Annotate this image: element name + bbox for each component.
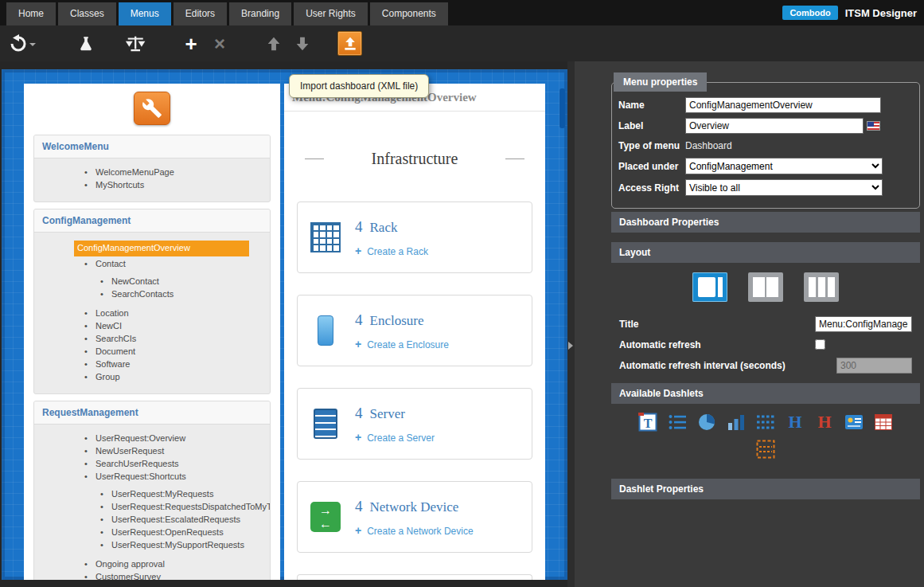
create-object-link[interactable]: Create a Enclosure xyxy=(355,338,449,350)
tree-item[interactable]: NewContact xyxy=(34,276,270,288)
tree-item[interactable]: SearchCIs xyxy=(34,333,270,345)
layout-two-columns-icon[interactable] xyxy=(748,272,783,302)
summary-card: 4Enclosure Create a Enclosure xyxy=(297,295,532,366)
dashboard-section-heading-text: Infrastructure xyxy=(372,150,458,168)
tree-section-title[interactable]: WelcomeMenu xyxy=(34,135,270,158)
move-down-button[interactable] xyxy=(288,29,317,58)
label-row: Label xyxy=(612,115,919,136)
section-layout: Layout xyxy=(611,242,920,263)
create-object-link[interactable]: Create a Rack xyxy=(355,245,428,257)
compare-scales-icon xyxy=(125,34,146,53)
object-class-label: Enclosure xyxy=(370,313,424,328)
tree-item[interactable]: Contact xyxy=(34,258,270,270)
header-dynamic-dashlet-icon[interactable]: H xyxy=(814,412,835,432)
tree-item[interactable]: Document xyxy=(34,346,270,358)
layout-one-column-icon[interactable] xyxy=(692,272,727,302)
nav-tab[interactable]: Branding xyxy=(229,2,291,25)
tree-section: WelcomeMenu WelcomeMenuPageMyShortcuts xyxy=(33,135,271,202)
tree-item[interactable]: UserRequest:MySupportRequests xyxy=(34,539,270,551)
type-of-menu-row: Type of menu Dashboard xyxy=(612,136,919,155)
combodo-badge[interactable]: Combodo xyxy=(782,6,837,20)
add-button[interactable] xyxy=(177,29,205,58)
tree-item[interactable]: WelcomeMenuPage xyxy=(34,166,270,178)
object-count: 4 xyxy=(355,218,363,235)
properties-panel: Menu properties Name Label Type of menu … xyxy=(575,61,924,587)
tree-section: RequestManagement UserRequest:OverviewNe… xyxy=(33,401,271,580)
object-count: 4 xyxy=(355,498,363,515)
delete-button[interactable] xyxy=(205,29,234,58)
refresh-interval-input xyxy=(836,358,912,374)
bar-chart-dashlet-icon[interactable] xyxy=(726,412,747,432)
panel-splitter[interactable] xyxy=(567,61,575,587)
text-dashlet-icon[interactable]: T xyxy=(637,412,658,432)
tree-item[interactable]: ConfigManagementOverview xyxy=(74,241,249,256)
dashboard-title-input[interactable] xyxy=(815,316,912,332)
name-input[interactable] xyxy=(685,97,881,113)
nav-tab[interactable]: Home xyxy=(6,2,56,25)
auto-refresh-row: Automatic refresh xyxy=(611,336,920,353)
app-title: ITSM Designer xyxy=(845,7,917,19)
calendar-dashlet-icon[interactable] xyxy=(873,412,894,432)
compare-button[interactable] xyxy=(121,29,150,58)
design-canvas: WelcomeMenu WelcomeMenuPageMyShortcuts C… xyxy=(2,69,567,580)
tree-item[interactable]: Location xyxy=(34,307,270,319)
tree-item[interactable]: UserRequest:EscalatedRequests xyxy=(34,514,270,526)
tree-item[interactable]: SearchUserRequests xyxy=(34,458,270,470)
dashboard-preview-panel: Menu:ConfigManagementOverview Infrastruc… xyxy=(284,84,545,580)
tree-item[interactable]: SearchContacts xyxy=(34,288,270,300)
canvas-scrollbar-thumb[interactable] xyxy=(559,88,565,128)
import-dashboard-icon xyxy=(342,36,358,52)
test-button[interactable] xyxy=(72,29,100,58)
dashlet-properties-empty xyxy=(611,499,920,531)
layout-three-columns-icon[interactable] xyxy=(804,272,839,302)
section-dashlet-properties: Dashlet Properties xyxy=(611,479,920,499)
svg-text:T: T xyxy=(644,417,653,430)
tree-item[interactable]: Ongoing approval xyxy=(34,558,270,570)
nav-tab[interactable]: Menus xyxy=(119,2,171,25)
placed-under-select[interactable]: ConfigManagement xyxy=(685,158,883,174)
auto-refresh-checkbox[interactable] xyxy=(815,339,825,350)
tree-section-title[interactable]: ConfigManagement xyxy=(34,209,270,233)
tree-item[interactable]: UserRequest:MyRequests xyxy=(34,488,270,500)
tree-item[interactable]: NewUserRequest xyxy=(34,445,270,457)
tree-item[interactable]: Group xyxy=(34,371,270,383)
auto-refresh-label: Automatic refresh xyxy=(619,339,701,350)
menu-tree-panel: WelcomeMenu WelcomeMenuPageMyShortcuts C… xyxy=(24,84,280,580)
tree-section-title[interactable]: RequestManagement xyxy=(34,401,270,425)
layout-options xyxy=(611,263,920,311)
access-right-select[interactable]: Visible to all xyxy=(685,179,883,196)
undo-button[interactable] xyxy=(8,29,37,58)
test-flask-icon xyxy=(77,35,95,53)
nav-tab[interactable]: Components xyxy=(370,2,448,25)
grouped-table-dashlet-icon[interactable] xyxy=(755,439,776,460)
enclosure-icon xyxy=(318,315,333,346)
placed-under-row: Placed under ConfigManagement xyxy=(612,155,919,177)
tree-item[interactable]: NewCI xyxy=(34,320,270,332)
tree-item[interactable]: UserRequest:Overview xyxy=(34,432,270,444)
header-static-dashlet-icon[interactable]: H xyxy=(785,412,805,432)
tree-item[interactable]: CustomerSurvey xyxy=(34,571,270,580)
top-navigation: HomeClassesMenusEditorsBrandingUser Righ… xyxy=(0,0,924,25)
tree-item[interactable]: UserRequest:Shortcuts xyxy=(34,471,270,483)
tree-item[interactable]: UserRequest:RequestsDispatchedToMyTeams xyxy=(34,501,270,513)
label-input[interactable] xyxy=(685,118,864,134)
nav-tab[interactable]: Classes xyxy=(58,2,116,25)
object-list-dashlet-icon[interactable] xyxy=(667,412,688,432)
tree-item[interactable]: Software xyxy=(34,358,270,370)
move-up-button[interactable] xyxy=(259,29,288,58)
pie-chart-dashlet-icon[interactable] xyxy=(696,412,717,432)
tree-item[interactable]: MyShortcuts xyxy=(34,179,270,191)
create-object-link[interactable]: Create a Server xyxy=(355,431,435,444)
nav-tab[interactable]: Editors xyxy=(173,2,227,25)
tree-item[interactable]: UserRequest:OpenRequests xyxy=(34,526,270,538)
language-flag-icon[interactable] xyxy=(867,121,880,131)
grouped-list-dashlet-icon[interactable] xyxy=(755,412,776,432)
import-dashboard-button[interactable] xyxy=(337,31,362,56)
brand-area: Combodo ITSM Designer xyxy=(782,0,924,25)
badge-dashlet-icon[interactable] xyxy=(844,412,864,432)
nav-tab[interactable]: User Rights xyxy=(294,2,368,25)
move-up-icon xyxy=(265,35,283,53)
create-object-link[interactable]: Create a Network Device xyxy=(355,524,474,537)
label-label: Label xyxy=(618,120,685,131)
undo-dropdown-caret-icon[interactable] xyxy=(29,43,36,49)
